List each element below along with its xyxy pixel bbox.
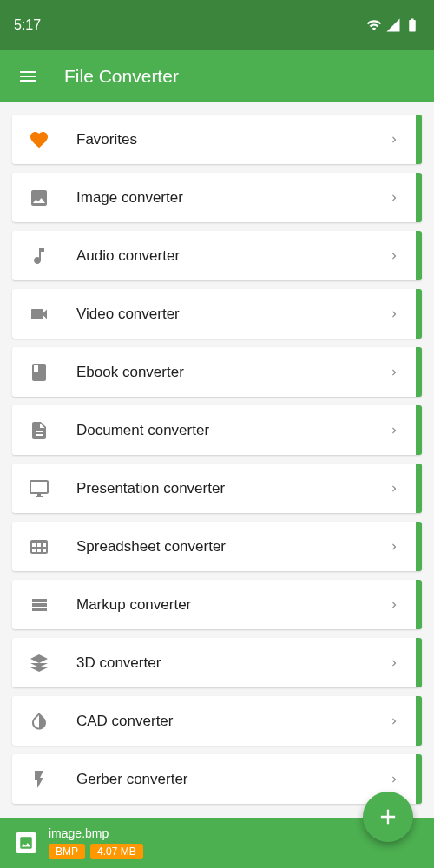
- converter-video[interactable]: Video converter: [12, 289, 422, 339]
- cad-icon: [28, 710, 50, 733]
- ebook-icon: [28, 361, 50, 384]
- chevron-right-icon: [388, 308, 400, 320]
- converter-label: Gerber converter: [76, 771, 388, 788]
- chevron-right-icon: [388, 715, 400, 727]
- markup-icon: [28, 594, 50, 616]
- chevron-right-icon: [388, 483, 400, 495]
- file-name: image.bmp: [49, 826, 143, 840]
- chevron-right-icon: [388, 657, 400, 669]
- converter-label: Image converter: [76, 189, 388, 207]
- signal-icon: [385, 17, 401, 33]
- video-icon: [28, 303, 50, 326]
- converter-gerber[interactable]: Gerber converter: [12, 754, 422, 804]
- image-icon: [28, 187, 50, 209]
- converter-label: Markup converter: [76, 596, 388, 614]
- converter-ebook[interactable]: Ebook converter: [12, 347, 422, 397]
- converter-presentation[interactable]: Presentation converter: [12, 464, 422, 513]
- document-icon: [28, 419, 50, 442]
- presentation-icon: [28, 477, 50, 500]
- converter-image[interactable]: Image converter: [12, 173, 422, 222]
- image-icon: [18, 835, 34, 851]
- spreadsheet-icon: [28, 536, 50, 558]
- converter-list: Favorites Image converter Audio converte…: [0, 102, 434, 868]
- status-time: 5:17: [14, 17, 41, 33]
- file-info: image.bmp BMP 4.07 MB: [49, 826, 143, 859]
- hamburger-icon[interactable]: [17, 66, 38, 87]
- format-badge: BMP: [49, 844, 85, 859]
- converter-markup[interactable]: Markup converter: [12, 580, 422, 629]
- chevron-right-icon: [388, 134, 400, 146]
- battery-icon: [404, 17, 420, 33]
- chevron-right-icon: [388, 541, 400, 553]
- converter-label: CAD converter: [76, 713, 388, 730]
- 3d-icon: [28, 652, 50, 674]
- converter-label: 3D converter: [76, 654, 388, 672]
- chevron-right-icon: [388, 366, 400, 378]
- size-badge: 4.07 MB: [90, 844, 143, 859]
- heart-icon: [28, 128, 50, 151]
- chevron-right-icon: [388, 599, 400, 611]
- converter-label: Document converter: [76, 422, 388, 439]
- converter-cad[interactable]: CAD converter: [12, 696, 422, 746]
- converter-document[interactable]: Document converter: [12, 405, 422, 455]
- converter-3d[interactable]: 3D converter: [12, 638, 422, 687]
- converter-label: Spreadsheet converter: [76, 538, 388, 556]
- status-bar: 5:17: [0, 0, 434, 50]
- chevron-right-icon: [388, 424, 400, 437]
- chevron-right-icon: [388, 192, 400, 204]
- converter-audio[interactable]: Audio converter: [12, 231, 422, 280]
- file-badges: BMP 4.07 MB: [49, 844, 143, 859]
- chevron-right-icon: [388, 250, 400, 262]
- chevron-right-icon: [388, 773, 400, 786]
- plus-icon: [376, 805, 400, 829]
- converter-label: Presentation converter: [76, 480, 388, 497]
- converter-label: Favorites: [76, 131, 388, 148]
- converter-label: Audio converter: [76, 247, 388, 265]
- converter-label: Ebook converter: [76, 364, 388, 381]
- app-bar: File Converter: [0, 50, 434, 102]
- app-title: File Converter: [64, 66, 179, 87]
- file-thumbnail: [16, 832, 36, 853]
- status-right: [366, 17, 420, 33]
- add-fab[interactable]: [363, 792, 413, 842]
- converter-favorites[interactable]: Favorites: [12, 115, 422, 164]
- audio-icon: [28, 245, 50, 267]
- wifi-icon: [366, 17, 382, 33]
- converter-label: Video converter: [76, 306, 388, 323]
- converter-spreadsheet[interactable]: Spreadsheet converter: [12, 522, 422, 571]
- gerber-icon: [28, 768, 50, 791]
